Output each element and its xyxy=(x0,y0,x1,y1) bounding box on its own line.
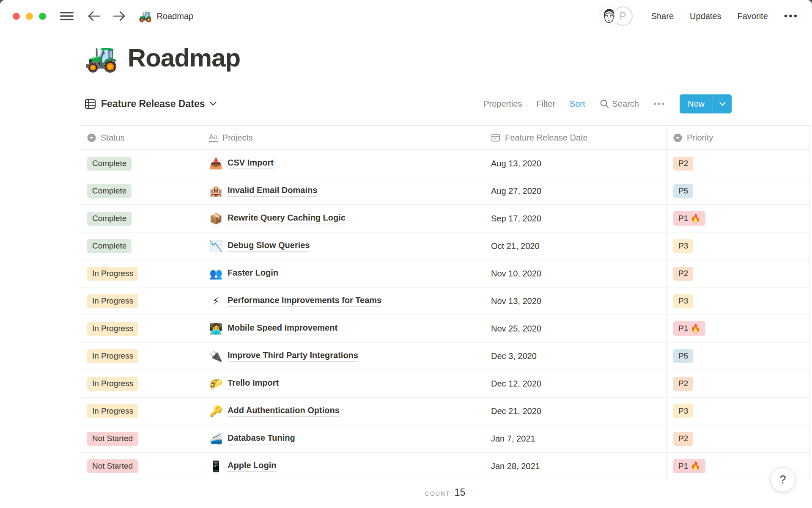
project-cell[interactable]: 🔑 Add Authentication Options xyxy=(202,398,484,425)
priority-badge[interactable]: P3 xyxy=(673,239,693,253)
favorite-button[interactable]: Favorite xyxy=(738,11,768,21)
date-cell[interactable]: Nov 25, 2020 xyxy=(484,315,667,342)
priority-cell[interactable]: P1 🔥 xyxy=(667,315,810,342)
status-cell[interactable]: Complete xyxy=(80,177,202,204)
date-cell[interactable]: Dec 3, 2020 xyxy=(484,342,667,370)
table-row[interactable]: In Progress 👩‍💻 Mobile Speed Improvement… xyxy=(80,315,810,342)
new-button-chevron-icon[interactable] xyxy=(713,94,732,113)
table-row[interactable]: Not Started 📱 Apple Login Jan 28, 2021 P… xyxy=(80,453,810,480)
breadcrumb[interactable]: 🚜 Roadmap xyxy=(138,11,193,22)
project-page-link[interactable]: Trello Import xyxy=(228,378,279,389)
status-cell[interactable]: Not Started xyxy=(80,425,202,452)
view-more-options-icon[interactable]: ••• xyxy=(653,99,665,109)
date-cell[interactable]: Aug 27, 2020 xyxy=(484,177,667,204)
back-button[interactable] xyxy=(86,8,102,24)
priority-cell[interactable]: P2 xyxy=(667,150,810,177)
project-page-link[interactable]: Mobile Speed Improvement xyxy=(228,323,337,334)
presence-avatars[interactable]: P xyxy=(599,6,633,26)
project-cell[interactable]: 👩‍💻 Mobile Speed Improvement xyxy=(202,315,484,342)
status-badge[interactable]: In Progress xyxy=(87,294,138,308)
priority-cell[interactable]: P2 xyxy=(667,260,810,287)
filter-button[interactable]: Filter xyxy=(536,99,555,109)
table-row[interactable]: In Progress 🔑 Add Authentication Options… xyxy=(80,398,810,425)
status-badge[interactable]: In Progress xyxy=(87,322,138,336)
status-cell[interactable]: In Progress xyxy=(80,287,202,315)
project-cell[interactable]: 📥 CSV Import xyxy=(202,150,484,177)
table-row[interactable]: Complete 🏨 Invalid Email Domains Aug 27,… xyxy=(80,177,810,205)
more-options-icon[interactable]: ••• xyxy=(784,10,798,22)
forward-button[interactable] xyxy=(111,8,127,24)
status-badge[interactable]: Not Started xyxy=(87,432,138,446)
table-row[interactable]: Complete 📉 Debug Slow Queries Oct 21, 20… xyxy=(80,232,810,260)
priority-cell[interactable]: P2 xyxy=(667,425,810,452)
project-page-link[interactable]: CSV Import xyxy=(228,158,274,169)
table-row[interactable]: In Progress 🔌 Improve Third Party Integr… xyxy=(80,342,810,370)
column-header-projects[interactable]: Aa Projects xyxy=(202,126,484,149)
help-button[interactable]: ? xyxy=(771,467,795,492)
project-page-link[interactable]: Apple Login xyxy=(228,461,277,472)
project-page-link[interactable]: Rewrite Query Caching Logic xyxy=(228,213,346,224)
status-cell[interactable]: Not Started xyxy=(80,453,202,480)
priority-cell[interactable]: P2 xyxy=(667,370,810,397)
status-cell[interactable]: In Progress xyxy=(80,342,202,370)
date-cell[interactable]: Jan 28, 2021 xyxy=(484,453,667,480)
search-button[interactable]: Search xyxy=(600,99,639,109)
status-cell[interactable]: Complete xyxy=(80,205,202,232)
priority-badge[interactable]: P2 xyxy=(673,377,693,391)
priority-badge[interactable]: P1 🔥 xyxy=(673,459,705,473)
sort-button[interactable]: Sort xyxy=(570,99,585,109)
properties-button[interactable]: Properties xyxy=(483,99,522,109)
status-badge[interactable]: Not Started xyxy=(87,459,138,473)
close-window-button[interactable] xyxy=(13,13,20,20)
project-cell[interactable]: 🚄 Database Tuning xyxy=(202,425,484,452)
date-cell[interactable]: Jan 7, 2021 xyxy=(484,425,667,452)
status-badge[interactable]: In Progress xyxy=(87,404,138,418)
priority-cell[interactable]: P3 xyxy=(667,287,810,315)
status-cell[interactable]: In Progress xyxy=(80,398,202,425)
status-cell[interactable]: Complete xyxy=(80,232,202,260)
priority-badge[interactable]: P3 xyxy=(673,294,693,308)
date-cell[interactable]: Dec 12, 2020 xyxy=(484,370,667,397)
priority-cell[interactable]: P3 xyxy=(667,398,810,425)
project-cell[interactable]: 📱 Apple Login xyxy=(202,453,484,480)
date-cell[interactable]: Dec 21, 2020 xyxy=(484,398,667,425)
table-row[interactable]: In Progress 🌮 Trello Import Dec 12, 2020… xyxy=(80,370,810,398)
share-button[interactable]: Share xyxy=(651,11,674,21)
priority-badge[interactable]: P1 🔥 xyxy=(673,211,705,226)
project-page-link[interactable]: Debug Slow Queries xyxy=(228,240,310,252)
view-switcher[interactable]: Feature Release Dates xyxy=(85,98,217,110)
project-cell[interactable]: 📉 Debug Slow Queries xyxy=(202,232,484,260)
column-header-priority[interactable]: Priority xyxy=(667,126,810,149)
table-row[interactable]: Not Started 🚄 Database Tuning Jan 7, 202… xyxy=(80,425,810,453)
updates-button[interactable]: Updates xyxy=(690,11,721,21)
zoom-window-button[interactable] xyxy=(39,13,46,20)
table-row[interactable]: In Progress ⚡ Performance Improvements f… xyxy=(80,287,810,315)
priority-badge[interactable]: P3 xyxy=(673,404,693,418)
project-cell[interactable]: 🏨 Invalid Email Domains xyxy=(202,177,484,204)
priority-cell[interactable]: P1 🔥 xyxy=(667,205,810,232)
project-page-link[interactable]: Performance Improvements for Teams xyxy=(228,295,381,307)
project-page-link[interactable]: Invalid Email Domains xyxy=(228,185,317,197)
project-cell[interactable]: 📦 Rewrite Query Caching Logic xyxy=(202,205,484,232)
project-cell[interactable]: 🌮 Trello Import xyxy=(202,370,484,397)
status-cell[interactable]: In Progress xyxy=(80,315,202,342)
table-row[interactable]: In Progress 👥 Faster Login Nov 10, 2020 … xyxy=(80,260,810,287)
priority-badge[interactable]: P2 xyxy=(673,432,693,446)
new-button[interactable]: New xyxy=(680,94,732,113)
priority-badge[interactable]: P2 xyxy=(673,157,693,171)
column-header-status[interactable]: Status xyxy=(80,126,202,149)
status-cell[interactable]: In Progress xyxy=(80,370,202,397)
project-cell[interactable]: 🔌 Improve Third Party Integrations xyxy=(202,342,484,370)
status-badge[interactable]: Complete xyxy=(87,212,132,226)
status-badge[interactable]: In Progress xyxy=(87,377,138,391)
table-row[interactable]: Complete 📦 Rewrite Query Caching Logic S… xyxy=(80,205,810,232)
table-row[interactable]: Complete 📥 CSV Import Aug 13, 2020 P2 xyxy=(80,150,810,177)
date-cell[interactable]: Aug 13, 2020 xyxy=(484,150,667,177)
priority-badge[interactable]: P1 🔥 xyxy=(673,321,705,336)
project-cell[interactable]: ⚡ Performance Improvements for Teams xyxy=(202,287,484,315)
project-page-link[interactable]: Faster Login xyxy=(228,268,278,279)
priority-cell[interactable]: P3 xyxy=(667,232,810,260)
column-header-date[interactable]: Feature Release Date xyxy=(484,126,667,149)
priority-badge[interactable]: P5 xyxy=(673,349,693,363)
project-page-link[interactable]: Add Authentication Options xyxy=(228,406,340,417)
